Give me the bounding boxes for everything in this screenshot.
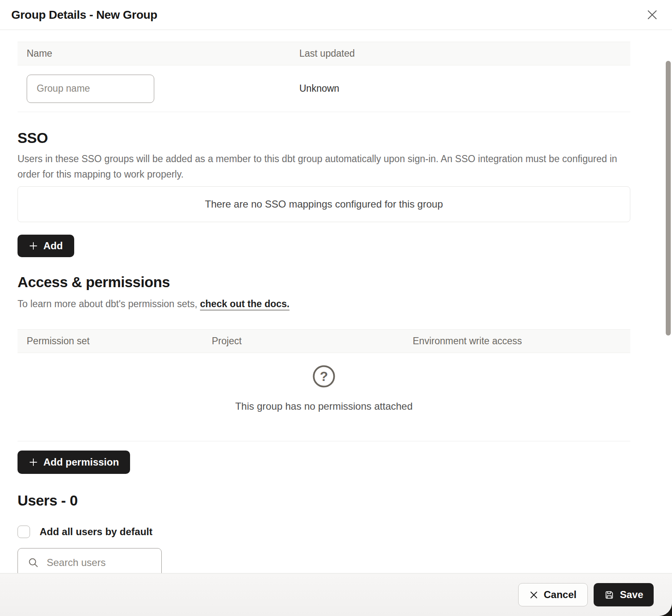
sso-empty-state: There are no SSO mappings configured for… [18,186,630,222]
access-permissions-description: To learn more about dbt's permission set… [18,296,630,312]
permissions-empty-message: This group has no permissions attached [18,400,630,413]
search-users-field[interactable] [18,548,162,573]
permissions-empty-state: ? This group has no permissions attached [18,353,630,441]
docs-link[interactable]: check out the docs. [200,298,290,309]
plus-icon [29,458,38,467]
close-button[interactable] [644,8,659,23]
question-mark-circle-icon: ? [312,365,336,388]
search-users-input[interactable] [46,556,153,569]
group-name-row: Unknown [18,65,630,112]
add-permission-button[interactable]: Add permission [18,451,130,474]
sso-heading: SSO [18,129,630,147]
column-header-last-updated: Last updated [290,48,630,59]
last-updated-value: Unknown [290,83,630,94]
save-label: Save [620,589,643,601]
plus-icon [29,241,38,250]
save-floppy-icon [604,590,614,600]
search-icon [28,557,39,568]
modal-body: Name Last updated Unknown SSO Users in t… [0,30,672,573]
add-sso-mapping-button[interactable]: Add [18,235,74,257]
column-header-name: Name [18,48,290,59]
cancel-x-icon [529,591,538,599]
column-header-permission-set: Permission set [18,336,203,347]
modal-title: Group Details - New Group [11,8,157,22]
users-heading: Users - 0 [18,491,630,510]
cancel-button[interactable]: Cancel [518,583,588,606]
column-header-project: Project [203,336,404,347]
add-sso-mapping-label: Add [43,240,63,252]
add-all-users-checkbox[interactable] [18,526,30,538]
access-description-text: To learn more about dbt's permission set… [18,298,200,309]
permissions-table-header: Permission set Project Environment write… [18,329,630,353]
column-header-environment-write-access: Environment write access [404,336,630,347]
cancel-label: Cancel [544,589,577,601]
close-icon [647,9,658,20]
permissions-table: Permission set Project Environment write… [18,329,630,441]
group-name-table: Name Last updated Unknown [18,42,630,112]
sso-description: Users in these SSO groups will be added … [18,151,630,182]
modal-header: Group Details - New Group [0,0,672,30]
add-all-users-row: Add all users by default [18,526,630,538]
save-button[interactable]: Save [594,583,654,606]
add-all-users-label: Add all users by default [40,526,153,538]
group-details-modal: Group Details - New Group Name Last upda… [0,0,672,616]
access-permissions-heading: Access & permissions [18,273,630,291]
sso-empty-message: There are no SSO mappings configured for… [205,198,443,210]
group-name-table-header: Name Last updated [18,42,630,65]
vertical-scrollbar-thumb[interactable] [666,61,671,336]
modal-footer: Cancel Save [0,573,672,616]
svg-text:?: ? [320,369,328,384]
group-name-input[interactable] [27,75,154,103]
add-permission-label: Add permission [43,456,119,468]
